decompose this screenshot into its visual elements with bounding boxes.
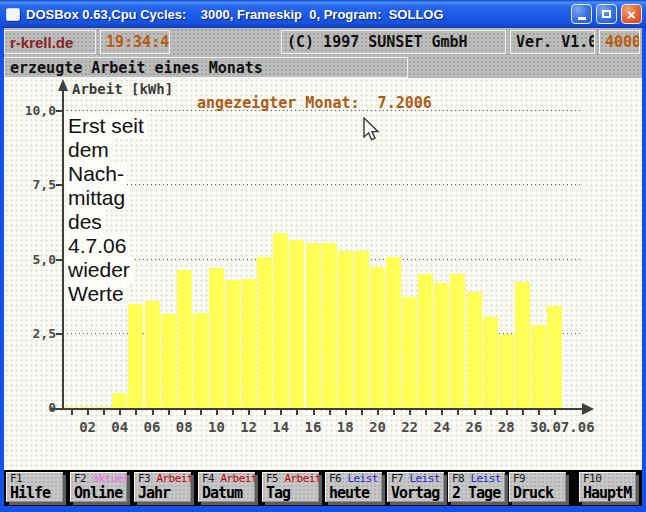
fkey-button-F1[interactable]: F1Hilfe xyxy=(6,472,63,502)
maximize-button[interactable] xyxy=(596,4,617,24)
y-tick-label: 7,5 xyxy=(16,177,56,192)
annotation-line: mittag xyxy=(66,186,128,210)
dosbox-app-icon xyxy=(6,8,20,21)
x-tick-day-14 xyxy=(280,410,282,415)
fkey-label: Tag xyxy=(266,485,319,501)
x-tick-day-21 xyxy=(393,410,395,415)
x-tick-day-9 xyxy=(200,410,202,415)
bar-day-16 xyxy=(306,243,321,408)
fkey-label: Druck xyxy=(513,485,566,501)
fkey-button-F5[interactable]: F5 ArbeitTag xyxy=(262,472,319,502)
x-tick-day-29 xyxy=(522,410,524,415)
bar-day-10 xyxy=(209,268,224,408)
x-tick-label-16: 16 xyxy=(299,419,327,435)
x-tick-day-22 xyxy=(409,410,411,415)
annotation-line: Werte xyxy=(66,282,127,306)
x-tick-label-04: 04 xyxy=(106,419,134,435)
cycles-badge: 4000 xyxy=(605,33,640,51)
bar-day-24 xyxy=(434,283,449,408)
x-tick-day-13 xyxy=(264,410,266,415)
y-tick-label: 10,0 xyxy=(16,103,56,118)
fkey-label: Jahr xyxy=(138,485,191,501)
fkey-button-F7[interactable]: F7 LeistVortag xyxy=(387,472,444,502)
y-tick xyxy=(56,110,63,112)
fkey-button-F9[interactable]: F9Druck xyxy=(509,472,566,502)
fkey-button-F4[interactable]: F4 ArbeitDatum xyxy=(198,472,255,502)
site-label-box: r-krell.de xyxy=(4,30,96,54)
x-tick-label-28: 28 xyxy=(492,419,520,435)
fkey-button-F8[interactable]: F8 Leist2 Tage xyxy=(448,472,505,502)
x-tick-label-26: 26 xyxy=(460,419,488,435)
x-tick-day-8 xyxy=(184,410,186,415)
x-tick-label-18: 18 xyxy=(331,419,359,435)
bar-day-15 xyxy=(289,240,304,408)
month-label: angezeigter Monat: 7.2006 xyxy=(197,94,432,112)
bar-day-9 xyxy=(193,313,208,408)
bar-day-11 xyxy=(225,280,240,408)
minimize-button[interactable] xyxy=(571,4,592,24)
x-tick-day-7 xyxy=(168,410,170,415)
fkey-label: Online xyxy=(74,485,127,501)
annotation-line: wieder xyxy=(66,258,133,282)
dos-screen: r-krell.de 19:34:41 (C) 1997 SUNSET GmbH… xyxy=(4,28,642,506)
close-button[interactable]: × xyxy=(621,4,642,24)
bar-day-31 xyxy=(547,306,562,408)
fkey-button-F2[interactable]: F2 aktuellOnline xyxy=(70,472,127,502)
bar-day-17 xyxy=(322,243,337,408)
x-tick-day-24 xyxy=(441,410,443,415)
x-tick-label-06: 06 xyxy=(138,419,166,435)
x-tick-day-27 xyxy=(490,410,492,415)
annotation-line: 4.7.06 xyxy=(66,234,129,258)
bar-day-28 xyxy=(499,334,514,408)
version-label: Ver. V1.0k xyxy=(516,33,595,51)
bar-day-25 xyxy=(450,274,465,408)
x-tick-day-20 xyxy=(377,410,379,415)
x-tick-label-20: 20 xyxy=(363,419,391,435)
bar-day-12 xyxy=(241,279,256,408)
x-tick-day-5 xyxy=(135,410,137,415)
x-tick-day-4 xyxy=(119,410,121,415)
x-tick-day-1 xyxy=(71,410,73,415)
bar-day-23 xyxy=(418,274,433,408)
fkey-label: Hilfe xyxy=(10,485,63,501)
x-tick-label-30: 30 xyxy=(524,419,552,435)
x-tick-day-23 xyxy=(425,410,427,415)
y-tick xyxy=(56,333,63,335)
fkey-button-F3[interactable]: F3 ArbeitJahr xyxy=(134,472,191,502)
fkey-button-F6[interactable]: F6 Leistheute xyxy=(325,472,382,502)
clock-value: 19:34:41 xyxy=(106,33,170,51)
fkey-button-F10[interactable]: F10HauptM xyxy=(579,472,636,502)
minimize-icon xyxy=(578,17,586,20)
x-tick-day-16 xyxy=(313,410,315,415)
x-tick-label-24: 24 xyxy=(428,419,456,435)
function-key-bar: F1HilfeF2 aktuellOnlineF3 ArbeitJahrF4 A… xyxy=(4,470,642,506)
fkey-label: HauptM xyxy=(583,485,636,501)
bar-day-7 xyxy=(161,314,176,408)
annotation-line: Erst seit xyxy=(66,114,147,138)
bar-day-8 xyxy=(177,270,192,408)
fkey-label: 2 Tage xyxy=(452,485,505,501)
window-title: DOSBox 0.63,Cpu Cycles: 3000, Frameskip … xyxy=(26,7,571,22)
y-axis xyxy=(62,90,64,409)
x-tick-day-15 xyxy=(296,410,298,415)
chart-title: Arbeit [kWh] xyxy=(72,81,173,97)
fkey-label: heute xyxy=(329,485,382,501)
close-icon: × xyxy=(627,7,636,22)
bar-day-6 xyxy=(145,301,160,408)
bar-day-14 xyxy=(273,233,288,408)
x-tick-day-26 xyxy=(474,410,476,415)
x-tick-label-12: 12 xyxy=(235,419,263,435)
bar-day-4 xyxy=(112,393,127,408)
clock-box: 19:34:41 xyxy=(100,30,170,54)
x-tick-day-30 xyxy=(538,410,540,415)
titlebar[interactable]: DOSBox 0.63,Cpu Cycles: 3000, Frameskip … xyxy=(0,0,646,28)
bar-day-20 xyxy=(370,267,385,408)
y-tick xyxy=(56,184,63,186)
cycles-badge-box: 4000 xyxy=(599,30,640,54)
bar-day-27 xyxy=(483,317,498,408)
chart-area: Arbeit [kWh] angezeigter Monat: 7.2006 E… xyxy=(4,78,642,470)
bar-day-30 xyxy=(531,325,546,408)
bar-day-19 xyxy=(354,251,369,408)
maximize-icon xyxy=(602,10,611,18)
x-tick-label-10: 10 xyxy=(202,419,230,435)
